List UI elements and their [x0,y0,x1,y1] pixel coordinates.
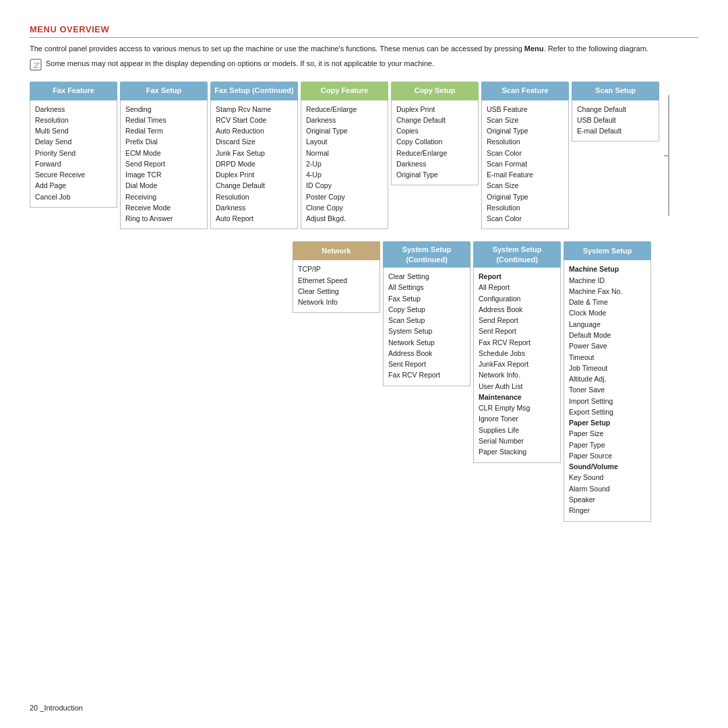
page-title: MENU OVERVIEW [30,24,698,34]
note-row: ℤ Some menus may not appear in the displ… [30,59,698,71]
menu-col-fax-setup-cont: Fax Setup (Continued)Stamp Rcv NameRCV S… [210,82,298,230]
col-body-scan-feature: USB FeatureScan SizeOriginal TypeResolut… [481,100,569,230]
menu-item: Clock Mode [569,307,646,318]
col-header-copy-setup: Copy Setup [391,82,479,100]
col-header-network: Network [293,241,380,260]
menu-item: Sound/Volume [569,461,646,472]
menu-item: All Report [479,282,555,293]
menu-item: Image TCR [125,169,202,180]
menu-item: Darkness [216,202,293,213]
col-header-scan-setup: Scan Setup [572,82,659,100]
menu-item: Supplies Life [479,425,555,435]
menu-item: Power Save [569,340,646,351]
menu-item: Export Setting [569,406,646,417]
menu-item: DRPD Mode [216,158,293,169]
menu-item: Network Info. [479,369,555,380]
menu-item: Paper Size [569,428,646,439]
col-body-system-setup: Machine SetupMachine IDMachine Fax No.Da… [564,260,651,521]
menu-item: Ethernet Speed [298,275,375,286]
menu-item: Duplex Print [216,169,293,180]
menu-item: Default Mode [569,330,646,340]
menu-item: Fax RCV Report [479,337,555,348]
col-header-system-setup: System Setup [564,241,651,260]
menu-item: Timeout [569,352,646,363]
menu-item: Import Setting [569,396,646,406]
note-text: Some menus may not appear in the display… [46,59,434,69]
menu-item: Original Type [487,191,564,202]
menu-item: Original Type [487,125,564,136]
menu-item: All Settings [388,282,465,293]
menu-item: Machine Fax No. [569,286,646,297]
menu-item: Toner Save [569,384,646,395]
menu-item: Fax RCV Report [388,369,465,380]
menu-item: 2-Up [306,158,383,169]
col-header-scan-feature: Scan Feature [481,82,569,100]
menu-item: Auto Reduction [216,125,293,136]
col-header-fax-feature: Fax Feature [30,82,117,100]
menu-item: Layout [306,136,383,147]
col-body-fax-feature: DarknessResolutionMulti SendDelay SendPr… [30,100,117,208]
menu-item: Resolution [487,202,564,213]
menu-col-system-setup-cont2: System Setup (Continued)ReportAll Report… [473,241,561,462]
menu-col-fax-setup: Fax SetupSendingRedial TimesRedial TermP… [120,82,208,230]
menu-item: Copy Collation [396,136,473,147]
menu-item: USB Default [577,115,654,125]
menu-col-network: NetworkTCP/IPEthernet SpeedClear Setting… [293,241,380,313]
menu-item: Scan Size [487,180,564,191]
menu-item: Original Type [396,169,473,180]
menu-col-scan-setup: Scan SetupChange DefaultUSB DefaultE-mai… [572,82,659,142]
menu-item: System Setup [388,326,465,336]
menu-item: Dial Mode [125,180,202,191]
menu-item: Scan Format [487,158,564,169]
menu-col-copy-setup: Copy SetupDuplex PrintChange DefaultCopi… [391,82,479,186]
menu-item: ECM Mode [125,148,202,158]
menu-item: ID Copy [306,180,383,191]
menu-item: Send Report [125,158,202,169]
menu-item: Poster Copy [306,191,383,202]
menu-item: Network Info [298,297,375,307]
col-body-copy-feature: Reduce/EnlargeDarknessOriginal TypeLayou… [301,100,388,230]
menu-item: Fax Setup [388,293,465,304]
menu-col-system-setup: System SetupMachine SetupMachine IDMachi… [564,241,651,521]
menu-item: Machine ID [569,275,646,286]
diagram: Fax FeatureDarknessResolutionMulti SendD… [30,82,698,522]
menu-item: JunkFax Report [479,359,555,369]
note-icon: ℤ [30,59,42,71]
menu-item: Resolution [35,115,112,125]
menu-item: Report [479,271,555,282]
menu-item: Sending [125,104,202,115]
menu-item: Junk Fax Setup [216,148,293,158]
menu-item: Change Default [396,115,473,125]
col-header-fax-setup: Fax Setup [120,82,208,100]
menu-item: Discard Size [216,136,293,147]
col-header-system-setup-cont2: System Setup (Continued) [473,241,561,268]
menu-col-fax-feature: Fax FeatureDarknessResolutionMulti SendD… [30,82,117,208]
menu-item: Job Timeout [569,363,646,373]
menu-item: Copy Setup [388,304,465,315]
menu-item: CLR Empty Msg [479,402,555,413]
col-body-fax-setup: SendingRedial TimesRedial TermPrefix Dia… [120,100,208,230]
menu-item: Copies [396,125,473,136]
menu-item: Receiving [125,191,202,202]
menu-item: User Auth List [479,381,555,392]
row2: NetworkTCP/IPEthernet SpeedClear Setting… [293,241,698,521]
menu-item: E-mail Feature [487,169,564,180]
menu-item: Machine Setup [569,264,646,274]
menu-item: Scan Size [487,115,564,125]
col-body-copy-setup: Duplex PrintChange DefaultCopiesCopy Col… [391,100,479,186]
menu-item: Clear Setting [298,286,375,297]
menu-item: Paper Setup [569,417,646,428]
menu-item: Serial Number [479,435,555,446]
menu-item: Darkness [306,115,383,125]
menu-item: Network Setup [388,337,465,348]
page-footer: 20 _Introduction [30,704,83,712]
menu-item: Ignore Toner [479,413,555,424]
menu-item: Date & Time [569,297,646,307]
row1: Fax FeatureDarknessResolutionMulti SendD… [30,82,698,230]
menu-item: Sent Report [388,359,465,369]
menu-item: Multi Send [35,125,112,136]
menu-item: TCP/IP [298,264,375,274]
menu-item: Scan Color [487,148,564,158]
menu-item: Language [569,319,646,330]
menu-item: Darkness [35,104,112,115]
